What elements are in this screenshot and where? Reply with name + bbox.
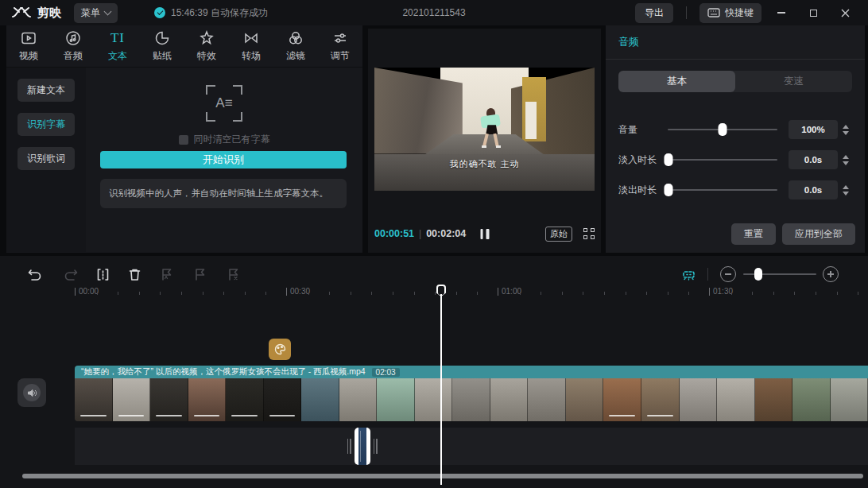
media-panel: 视频 音频 TI 文本 贴纸 特效 转场 滤镜 调节 bbox=[6, 25, 362, 253]
video-clip[interactable]: “她要的，我给不了” 以后的视频，这个俄罗斯女孩不会出现了 - 西瓜视频.mp4… bbox=[75, 366, 868, 421]
volume-value[interactable]: 100% bbox=[789, 120, 838, 139]
flag-button[interactable] bbox=[188, 262, 211, 286]
total-time: 00:02:04 bbox=[426, 228, 466, 239]
tab-effects[interactable]: 特效 bbox=[184, 25, 229, 67]
minimize-icon bbox=[777, 12, 785, 14]
tab-transition[interactable]: 转场 bbox=[229, 25, 273, 67]
sidebar-item-new-text[interactable]: 新建文本 bbox=[17, 79, 75, 102]
text-icon: TI bbox=[110, 30, 125, 46]
delete-button[interactable] bbox=[122, 262, 146, 286]
horizontal-scrollbar[interactable] bbox=[22, 474, 863, 478]
maximize-icon bbox=[810, 10, 817, 17]
track-mute-button[interactable] bbox=[17, 378, 46, 407]
secondary-track[interactable] bbox=[75, 428, 868, 465]
tab-sticker[interactable]: 贴纸 bbox=[140, 25, 184, 67]
volume-stepper[interactable] bbox=[838, 120, 854, 139]
split-icon bbox=[95, 267, 110, 282]
clear-existing-subtitles-checkbox[interactable]: 同时清空已有字幕 bbox=[86, 133, 362, 146]
clip-thumbnail bbox=[566, 378, 604, 421]
export-button[interactable]: 导出 bbox=[635, 3, 673, 23]
zoom-in-button[interactable] bbox=[823, 266, 839, 282]
clip-thumbnail bbox=[717, 378, 755, 421]
ruler-label: 01:30 bbox=[713, 287, 733, 296]
sidebar-item-recognize-subtitles[interactable]: 识别字幕 bbox=[17, 113, 75, 136]
tab-adjust[interactable]: 调节 bbox=[318, 25, 362, 67]
fade-out-slider[interactable] bbox=[668, 189, 777, 191]
pause-button[interactable] bbox=[480, 229, 489, 239]
zoom-in-icon bbox=[830, 271, 831, 277]
app-name: 剪映 bbox=[37, 6, 61, 21]
selected-clip[interactable] bbox=[355, 428, 370, 465]
media-sidebar: 新建文本 识别字幕 识别歌词 bbox=[6, 68, 86, 252]
zoom-out-button[interactable] bbox=[720, 266, 736, 282]
tab-text[interactable]: TI 文本 bbox=[95, 25, 140, 67]
clip-thumbnail bbox=[831, 378, 868, 421]
clip-title: “她要的，我给不了” 以后的视频，这个俄罗斯女孩不会出现了 - 西瓜视频.mp4 bbox=[81, 366, 366, 378]
transition-icon bbox=[243, 30, 259, 46]
apply-to-all-button[interactable]: 应用到全部 bbox=[782, 223, 855, 245]
check-icon bbox=[154, 7, 165, 18]
flag-icon bbox=[192, 267, 207, 282]
original-ratio-button[interactable]: 原始 bbox=[545, 227, 572, 242]
clip-thumbnail bbox=[415, 378, 453, 421]
close-button[interactable] bbox=[833, 3, 857, 22]
video-preview[interactable]: 我的确不敢 主动 bbox=[374, 68, 595, 191]
fade-in-row: 淡入时长 0.0s bbox=[618, 151, 854, 168]
slider-handle[interactable] bbox=[719, 123, 727, 136]
preview-controls: 00:00:51 | 00:02:04 原始 bbox=[374, 225, 595, 242]
clip-duration-badge: 02:03 bbox=[372, 368, 400, 377]
slider-handle[interactable] bbox=[665, 184, 673, 196]
menu-button[interactable]: 菜单 bbox=[74, 3, 118, 23]
volume-slider[interactable] bbox=[668, 129, 777, 130]
maximize-button[interactable] bbox=[801, 3, 825, 22]
start-recognition-button[interactable]: 开始识别 bbox=[100, 151, 347, 168]
reset-button[interactable]: 重置 bbox=[731, 223, 776, 245]
filter-icon bbox=[288, 30, 304, 46]
close-icon bbox=[841, 9, 850, 17]
timeline-zoom-slider[interactable] bbox=[743, 273, 816, 275]
auto-caption-flag-button[interactable] bbox=[154, 262, 178, 286]
current-time: 00:00:51 bbox=[374, 228, 414, 239]
remove-flag-button[interactable] bbox=[221, 262, 245, 286]
fullscreen-button[interactable] bbox=[583, 228, 595, 239]
tab-filter[interactable]: 滤镜 bbox=[273, 25, 318, 67]
snap-icon bbox=[681, 267, 696, 282]
clip-thumbnail bbox=[150, 378, 188, 421]
slider-handle[interactable] bbox=[665, 153, 673, 166]
shortcuts-button[interactable]: 快捷键 bbox=[699, 3, 761, 23]
undo-button[interactable] bbox=[22, 262, 46, 286]
tab-speed[interactable]: 变速 bbox=[735, 71, 852, 92]
clip-thumbnail bbox=[301, 378, 339, 421]
redo-button[interactable] bbox=[59, 262, 83, 286]
time-ruler[interactable]: 00:0000:3001:0001:30 bbox=[0, 285, 868, 302]
audio-icon bbox=[65, 30, 81, 46]
tab-basic[interactable]: 基本 bbox=[618, 71, 735, 92]
text-recognition-icon: A≡ bbox=[206, 85, 242, 122]
fade-in-slider[interactable] bbox=[668, 159, 777, 161]
titlebar: 剪映 菜单 15:46:39 自动保存成功 202101211543 导出 快捷… bbox=[0, 0, 868, 25]
inspector-panel: 音频 基本 变速 音量 100% 淡入时长 0.0s 淡出时长 0.0s 重置 … bbox=[606, 25, 865, 253]
divider bbox=[707, 268, 708, 281]
fade-out-stepper[interactable] bbox=[838, 180, 854, 199]
zoom-slider-handle[interactable] bbox=[754, 268, 762, 281]
fade-out-value[interactable]: 0.0s bbox=[789, 180, 838, 199]
clip-thumbnail bbox=[755, 378, 793, 421]
app-logo: 剪映 bbox=[11, 6, 61, 21]
redo-icon bbox=[64, 267, 79, 282]
sidebar-item-recognize-lyrics[interactable]: 识别歌词 bbox=[17, 147, 75, 170]
tab-audio[interactable]: 音频 bbox=[51, 25, 95, 67]
clip-thumbnail bbox=[490, 378, 529, 421]
auto-snap-button[interactable] bbox=[676, 262, 700, 286]
flag-x-icon bbox=[226, 267, 241, 282]
speaker-icon bbox=[27, 388, 37, 398]
adjust-icon bbox=[332, 30, 348, 46]
fade-in-stepper[interactable] bbox=[838, 150, 854, 169]
split-button[interactable] bbox=[91, 262, 114, 286]
tab-video[interactable]: 视频 bbox=[6, 25, 51, 67]
trash-icon bbox=[127, 267, 142, 282]
fade-in-value[interactable]: 0.0s bbox=[789, 150, 838, 169]
clip-right-handle[interactable] bbox=[374, 439, 378, 454]
clip-left-handle[interactable] bbox=[347, 439, 351, 454]
minimize-button[interactable] bbox=[769, 3, 793, 22]
adjustment-clip-chip[interactable] bbox=[269, 339, 291, 360]
